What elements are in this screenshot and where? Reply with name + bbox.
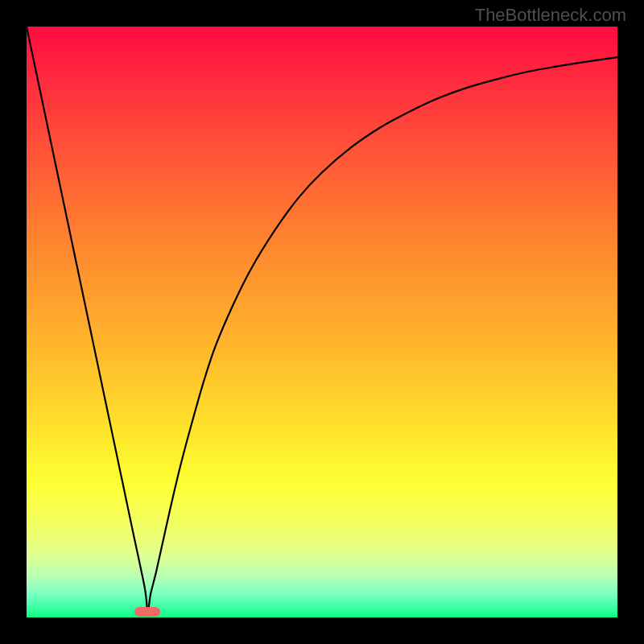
chart-frame: TheBottleneck.com xyxy=(0,0,644,644)
branding-credit: TheBottleneck.com xyxy=(475,5,626,26)
plot-area xyxy=(27,27,617,617)
curve-minimum-marker xyxy=(134,607,160,617)
bottleneck-curve xyxy=(27,27,617,617)
